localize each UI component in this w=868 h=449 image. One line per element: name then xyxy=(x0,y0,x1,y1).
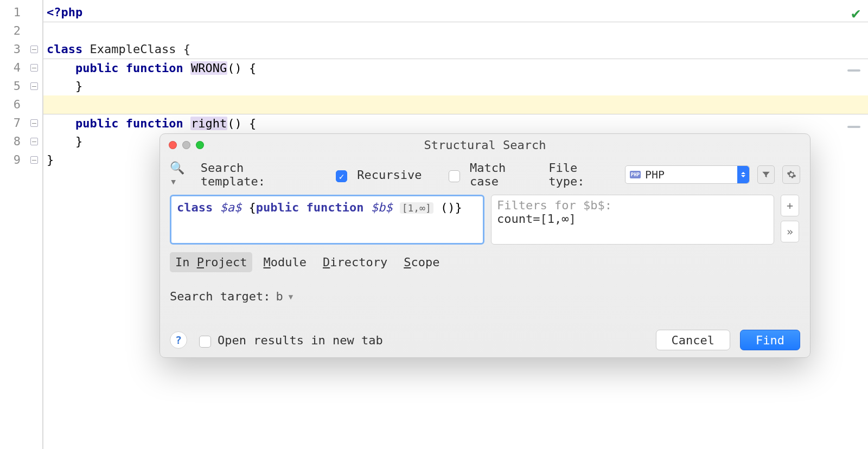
line-number: 5 xyxy=(0,77,26,95)
query-text: public function xyxy=(256,201,371,214)
query-text: $b$ xyxy=(371,201,393,214)
line-number: 6 xyxy=(0,95,26,114)
line-number: 8 xyxy=(0,132,26,151)
line-number: 7 xyxy=(0,114,26,132)
search-template-label: Search template: xyxy=(201,161,311,188)
query-text: { xyxy=(241,201,256,214)
inspection-mark[interactable] xyxy=(847,126,860,128)
query-range-badge: [1,∞] xyxy=(400,202,433,214)
fold-icon[interactable] xyxy=(30,46,38,53)
file-type-label: File type: xyxy=(548,161,617,188)
add-filter-button[interactable]: + xyxy=(781,195,799,216)
code-text: public function xyxy=(47,61,190,75)
open-results-checkbox[interactable] xyxy=(199,336,211,348)
fold-icon[interactable] xyxy=(30,138,38,145)
file-type-select[interactable]: PHP PHP xyxy=(625,165,750,184)
file-type-value: PHP xyxy=(645,168,665,181)
scope-scope[interactable]: Scope xyxy=(398,252,445,272)
select-caret-icon xyxy=(737,166,749,183)
php-icon: PHP xyxy=(630,171,641,178)
dialog-title: Structural Search xyxy=(160,138,810,152)
code-area[interactable]: <?php class ExampleClass { public functi… xyxy=(43,0,868,449)
fold-icon[interactable] xyxy=(30,64,38,72)
match-case-checkbox[interactable] xyxy=(449,170,460,182)
recursive-label: Recursive xyxy=(357,168,422,182)
code-text: } xyxy=(47,153,54,166)
query-text: ()} xyxy=(433,201,462,214)
search-target-value[interactable]: b xyxy=(276,290,283,303)
line-number: 3 xyxy=(0,40,26,59)
fold-gutter xyxy=(26,0,42,449)
scope-tabs: In Project Module Directory Scope xyxy=(160,245,810,272)
help-icon[interactable]: ? xyxy=(170,331,187,349)
recursive-checkbox[interactable] xyxy=(336,170,347,182)
filter-icon[interactable] xyxy=(757,165,775,184)
line-number: 9 xyxy=(0,151,26,169)
code-text: <?php xyxy=(47,5,82,19)
find-button[interactable]: Find xyxy=(740,330,800,350)
search-icon[interactable]: 🔍▾ xyxy=(170,161,191,188)
filters-panel[interactable]: Filters for $b$: count=[1,∞] xyxy=(491,195,774,245)
line-number: 4 xyxy=(0,59,26,77)
fold-icon[interactable] xyxy=(30,156,38,164)
query-text: $a$ xyxy=(220,201,241,214)
scope-in-project[interactable]: In Project xyxy=(170,252,252,272)
query-text: class xyxy=(177,201,220,214)
open-results-label: Open results in new tab xyxy=(218,333,383,347)
more-filter-button[interactable]: » xyxy=(781,221,799,242)
filters-placeholder: Filters for $b$: xyxy=(497,198,768,212)
inspection-gutter: ✔ xyxy=(839,0,868,449)
code-text: public function xyxy=(47,117,190,130)
inspection-ok-icon[interactable]: ✔ xyxy=(851,4,860,22)
fold-icon[interactable] xyxy=(30,82,38,90)
match-case-label: Match case xyxy=(470,161,539,188)
scope-module[interactable]: Module xyxy=(258,252,311,272)
code-text: () { xyxy=(227,61,256,75)
highlighted-identifier: WRONG xyxy=(190,61,227,75)
search-target-label: Search target: xyxy=(170,290,270,303)
scope-directory[interactable]: Directory xyxy=(317,252,393,272)
titlebar[interactable]: Structural Search xyxy=(160,134,810,156)
inspection-mark[interactable] xyxy=(847,69,860,72)
highlighted-identifier: right xyxy=(190,117,227,130)
dialog-toolbar: 🔍▾ Search template: Recursive Match case… xyxy=(160,156,810,195)
code-text: } xyxy=(47,134,82,148)
code-text: class xyxy=(47,42,90,56)
code-text: () { xyxy=(227,117,256,130)
cancel-button[interactable]: Cancel xyxy=(656,330,730,350)
structural-search-dialog: Structural Search 🔍▾ Search template: Re… xyxy=(159,133,810,358)
line-number: 2 xyxy=(0,22,26,40)
chevron-down-icon[interactable]: ▼ xyxy=(289,292,293,301)
gear-icon[interactable] xyxy=(782,165,800,184)
line-number-gutter: 1 2 3 4 5 6 7 8 9 xyxy=(0,0,26,449)
line-number: 1 xyxy=(0,3,26,22)
filters-value: count=[1,∞] xyxy=(497,212,768,226)
search-template-input[interactable]: class $a$ {public function $b$ [1,∞] ()} xyxy=(170,195,484,245)
fold-icon[interactable] xyxy=(30,119,38,127)
code-editor: 1 2 3 4 5 6 7 8 9 <?php class ExampleCla… xyxy=(0,0,868,449)
code-text: } xyxy=(47,79,82,93)
code-text: ExampleClass { xyxy=(90,42,190,56)
